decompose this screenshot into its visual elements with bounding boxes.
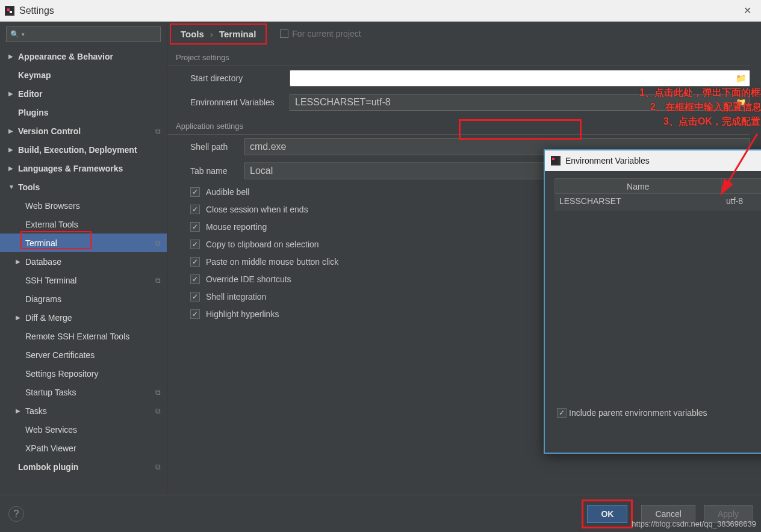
ok-button[interactable]: OK (587, 505, 627, 523)
sidebar-item-editor[interactable]: ▶Editor (0, 84, 167, 103)
tab-name-label: Tab name (190, 166, 244, 176)
shell-path-label: Shell path (190, 142, 244, 152)
check-label: Close session when it ends (206, 205, 308, 214)
folder-icon[interactable]: 📁 (736, 73, 746, 83)
sidebar-item-tasks[interactable]: ▶Tasks⧉ (0, 401, 167, 420)
sidebar-item-tools[interactable]: ▼Tools (0, 178, 167, 196)
env-table[interactable]: Name Value LESSCHARSET utf-8 (554, 178, 761, 402)
sidebar-item-diagrams[interactable]: Diagrams (0, 289, 167, 308)
checkbox[interactable]: ✓ (190, 222, 200, 232)
include-parent-text: Include parent environment variables (569, 408, 707, 418)
copy-icon (280, 29, 288, 38)
content-panel: Tools › Terminal For current project Pro… (167, 22, 761, 495)
env-vars-label: Environment Variables (190, 97, 290, 107)
sidebar-item-startup-tasks[interactable]: Startup Tasks⧉ (0, 383, 167, 401)
copy-icon: ⧉ (155, 127, 161, 135)
sidebar-item-appearance[interactable]: ▶Appearance & Behavior (0, 47, 167, 66)
help-button[interactable]: ? (8, 506, 24, 522)
chevron-right-icon: › (210, 29, 213, 39)
check-label: Paste on middle mouse button click (206, 257, 338, 267)
cell-name: LESSCHARSET (554, 194, 721, 211)
sidebar-item-build[interactable]: ▶Build, Execution, Deployment (0, 140, 167, 159)
checkbox[interactable]: ✓ (190, 240, 200, 249)
breadcrumb-part: Tools (181, 29, 204, 39)
sidebar-item-terminal[interactable]: Terminal ⧉ (0, 234, 167, 252)
watermark: https://blog.csdn.net/qq_383698639 (632, 519, 756, 528)
start-dir-label: Start directory (190, 73, 290, 83)
check-label: Highlight hyperlinks (206, 309, 279, 319)
checkbox[interactable]: ✓ (190, 292, 200, 302)
dialog-title: Environment Variables (565, 156, 650, 165)
annotation-arrow (715, 134, 761, 206)
check-label: Mouse reporting (206, 222, 267, 232)
chevron-down-icon: ▾ (22, 31, 25, 37)
settings-tree: ▶Appearance & Behavior Keymap ▶Editor Pl… (0, 47, 167, 495)
checkbox[interactable]: ✓ (557, 408, 567, 418)
sidebar-item-ssh-terminal[interactable]: SSH Terminal⧉ (0, 271, 167, 289)
search-input[interactable]: 🔍 ▾ (6, 26, 161, 42)
sidebar-item-external-tools[interactable]: External Tools (0, 215, 167, 234)
app-icon (551, 156, 561, 165)
checkbox[interactable]: ✓ (190, 187, 200, 197)
copy-icon: ⧉ (155, 463, 161, 471)
env-vars-value: LESSCHARSET=utf-8 (295, 97, 391, 108)
copy-icon: ⧉ (155, 239, 161, 247)
copy-icon: ⧉ (155, 276, 161, 285)
svg-rect-2 (10, 11, 12, 13)
checkbox[interactable]: ✓ (190, 205, 200, 214)
start-dir-input[interactable]: 📁 (290, 70, 750, 87)
section-title: Project settings (167, 46, 750, 66)
search-icon: 🔍 (10, 30, 19, 39)
sidebar-item-keymap[interactable]: Keymap (0, 66, 167, 84)
annotation-box: OK (582, 500, 633, 528)
sidebar-item-lombok[interactable]: Lombok plugin⧉ (0, 457, 167, 476)
sidebar-item-server-certs[interactable]: Server Certificates (0, 345, 167, 364)
checkbox[interactable]: ✓ (190, 309, 200, 319)
sidebar-item-web-services[interactable]: Web Services (0, 420, 167, 439)
check-label: Override IDE shortcuts (206, 274, 291, 284)
copy-icon: ⧉ (155, 407, 161, 415)
sidebar: 🔍 ▾ ▶Appearance & Behavior Keymap ▶Edito… (0, 22, 167, 495)
breadcrumb-part: Terminal (219, 29, 256, 39)
sidebar-item-web-browsers[interactable]: Web Browsers (0, 196, 167, 215)
check-label: Audible bell (206, 187, 249, 197)
close-icon[interactable]: ✕ (739, 2, 756, 19)
column-header-name: Name (555, 179, 722, 193)
sidebar-item-database[interactable]: ▶Database (0, 252, 167, 271)
svg-rect-7 (552, 158, 554, 160)
checkbox[interactable]: ✓ (190, 274, 200, 284)
sidebar-item-settings-repo[interactable]: Settings Repository (0, 364, 167, 383)
check-label: Copy to clipboard on selection (206, 240, 319, 249)
annotation-text: 1、点击此处，弹出下面的框框 2、在框框中输入配置信息 3、点击OK，完成配置 (639, 85, 761, 129)
scope-label: For current project (280, 29, 361, 39)
sidebar-item-plugins[interactable]: Plugins (0, 103, 167, 122)
breadcrumb: Tools › Terminal (170, 23, 267, 45)
sidebar-item-xpath[interactable]: XPath Viewer (0, 439, 167, 457)
svg-rect-1 (7, 8, 10, 11)
sidebar-item-vcs[interactable]: ▶Version Control⧉ (0, 122, 167, 140)
copy-icon: ⧉ (155, 388, 161, 397)
svg-line-4 (721, 134, 757, 194)
check-label: Shell integration (206, 292, 266, 302)
checkbox[interactable]: ✓ (190, 257, 200, 267)
window-title: Settings (19, 5, 54, 16)
app-icon (5, 6, 14, 16)
window-titlebar: Settings ✕ (0, 0, 761, 22)
sidebar-item-remote-ssh[interactable]: Remote SSH External Tools (0, 327, 167, 345)
sidebar-item-diff-merge[interactable]: ▶Diff & Merge (0, 308, 167, 327)
sidebar-item-languages[interactable]: ▶Languages & Frameworks (0, 159, 167, 178)
